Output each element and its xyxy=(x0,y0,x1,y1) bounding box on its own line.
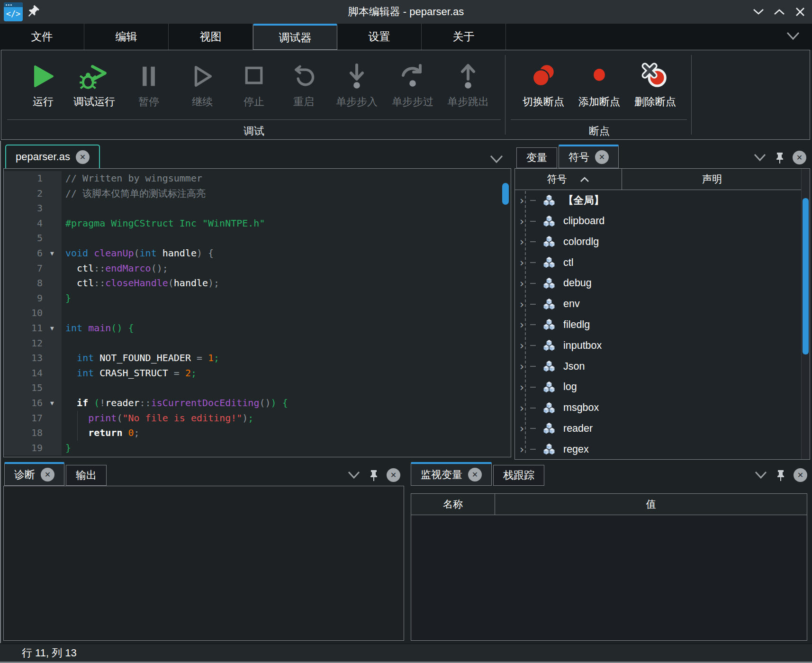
expand-chevron-icon[interactable]: › xyxy=(520,194,530,207)
symbols-tree-row[interactable]: ›colordlg xyxy=(515,232,810,253)
expand-chevron-icon[interactable]: › xyxy=(520,360,530,372)
symbols-tree-row[interactable]: ›debug xyxy=(515,273,810,294)
symbols-tree-row[interactable]: ›reader xyxy=(515,418,810,439)
code-line[interactable]: 17 print("No file is editing!"); xyxy=(4,411,511,426)
editor-gutter[interactable]: 9 xyxy=(4,291,62,306)
code-line[interactable]: 14 int CRASH_STRUCT = 2; xyxy=(4,366,511,381)
code-line[interactable]: 8 ctl::closeHandle(handle); xyxy=(4,276,511,291)
editor-tab-peparser[interactable]: peparser.as ✕ xyxy=(5,145,100,168)
expand-chevron-icon[interactable]: › xyxy=(520,381,530,393)
panel-pin-icon[interactable] xyxy=(775,469,786,482)
editor-gutter[interactable]: 15 xyxy=(4,381,62,396)
editor-gutter[interactable]: 16▼ xyxy=(4,396,62,411)
editor-gutter[interactable]: 18 xyxy=(4,426,62,441)
code-editor[interactable]: 1// Written by wingsummer2// 该脚本仅简单的测试标注… xyxy=(3,168,511,457)
symbols-scrollbar[interactable] xyxy=(803,198,809,354)
symbols-tree-row[interactable]: ›Json xyxy=(515,356,810,377)
editor-scrollbar[interactable] xyxy=(502,183,509,205)
expand-chevron-icon[interactable]: › xyxy=(520,298,530,310)
code-line[interactable]: 4#pragma WingCStruct Inc "WinNTPE.h" xyxy=(4,216,511,231)
symbols-tree-row[interactable]: ›【全局】 xyxy=(515,190,810,211)
editor-gutter[interactable]: 3 xyxy=(4,201,62,216)
panel-close-icon[interactable]: ✕ xyxy=(794,468,807,482)
editor-gutter[interactable]: 7 xyxy=(4,261,62,276)
symbols-tree-row[interactable]: ›msgbox xyxy=(515,398,810,418)
menu-tab-about[interactable]: 关于 xyxy=(422,24,506,50)
fold-marker-icon[interactable]: ▼ xyxy=(43,321,62,336)
panel-pin-icon[interactable] xyxy=(368,469,379,482)
expand-chevron-icon[interactable]: › xyxy=(520,339,530,352)
step-into-button[interactable]: 单步步入 xyxy=(325,61,389,109)
editor-gutter[interactable]: 17 xyxy=(4,411,62,426)
code-line[interactable]: 16▼ if (!reader::isCurrentDocEditing()) … xyxy=(4,396,511,411)
add-breakpoint-button[interactable]: 添加断点 xyxy=(567,61,632,109)
column-header-symbol[interactable]: 符号 xyxy=(515,169,622,190)
symbols-tree-row[interactable]: ›clipboard xyxy=(515,211,810,232)
menu-tab-view[interactable]: 视图 xyxy=(169,24,253,50)
step-out-button[interactable]: 单步跳出 xyxy=(436,61,500,109)
editor-gutter[interactable]: 1 xyxy=(4,171,62,186)
step-over-button[interactable]: 单步步过 xyxy=(380,61,445,109)
panel-close-icon[interactable]: ✕ xyxy=(793,151,806,164)
editor-gutter[interactable]: 11▼ xyxy=(4,321,62,336)
symbols-tree-row[interactable]: ›filedlg xyxy=(515,315,810,336)
code-line[interactable]: 3 xyxy=(4,201,511,216)
tab-stack-trace[interactable]: 栈跟踪 xyxy=(493,465,544,486)
symbols-tree-row[interactable]: ›env xyxy=(515,294,810,315)
code-line[interactable]: 5 xyxy=(4,231,511,246)
code-line[interactable]: 18 return 0; xyxy=(4,426,511,441)
expand-chevron-icon[interactable]: › xyxy=(520,422,530,435)
editor-gutter[interactable]: 6▼ xyxy=(4,246,62,261)
tab-close-icon[interactable]: ✕ xyxy=(41,468,54,481)
panel-close-icon[interactable]: ✕ xyxy=(387,468,400,482)
code-line[interactable]: 1// Written by wingsummer xyxy=(4,171,511,186)
symbols-tree-row[interactable]: ›ctl xyxy=(515,252,810,273)
editor-gutter[interactable]: 4 xyxy=(4,216,62,231)
tab-output[interactable]: 输出 xyxy=(66,465,107,486)
toggle-breakpoint-button[interactable]: 切换断点 xyxy=(511,61,576,109)
editor-gutter[interactable]: 14 xyxy=(4,366,62,381)
expand-chevron-icon[interactable]: › xyxy=(520,215,530,227)
panel-pin-icon[interactable] xyxy=(774,151,785,164)
column-header-declaration[interactable]: 声明 xyxy=(622,169,802,190)
maximize-button[interactable] xyxy=(772,5,786,19)
symbols-tree-row[interactable]: ›log xyxy=(515,377,810,398)
tab-diagnostics[interactable]: 诊断 ✕ xyxy=(4,462,64,486)
expand-chevron-icon[interactable]: › xyxy=(520,277,530,290)
tab-close-icon[interactable]: ✕ xyxy=(468,468,482,481)
editor-gutter[interactable]: 8 xyxy=(4,276,62,291)
fold-marker-icon[interactable]: ▼ xyxy=(43,246,62,261)
panel-chevron-icon[interactable] xyxy=(754,471,768,480)
code-line[interactable]: 13 int NOT_FOUND_HEADER = 1; xyxy=(4,351,511,366)
tab-close-icon[interactable]: ✕ xyxy=(76,150,90,164)
expand-chevron-icon[interactable]: › xyxy=(520,236,530,248)
editor-gutter[interactable]: 5 xyxy=(4,231,62,246)
code-line[interactable]: 19} xyxy=(4,441,511,456)
tab-watch-variables[interactable]: 监视变量 ✕ xyxy=(411,462,492,486)
menu-tab-edit[interactable]: 编辑 xyxy=(84,24,169,50)
code-line[interactable]: 15 xyxy=(4,381,511,396)
tab-variables[interactable]: 变量 xyxy=(516,147,557,168)
symbols-tree-row[interactable]: ›inputbox xyxy=(515,335,810,356)
tab-close-icon[interactable]: ✕ xyxy=(595,150,609,164)
menu-tab-debugger[interactable]: 调试器 xyxy=(253,24,337,50)
expand-chevron-icon[interactable]: › xyxy=(520,318,530,331)
symbols-tree-row[interactable]: ›regex xyxy=(515,439,810,460)
minimize-button[interactable] xyxy=(751,5,766,19)
expand-chevron-icon[interactable]: › xyxy=(520,443,530,455)
expand-chevron-icon[interactable]: › xyxy=(520,402,530,414)
editor-gutter[interactable]: 10 xyxy=(4,306,62,321)
tab-overflow-chevron-icon[interactable] xyxy=(488,154,505,164)
editor-gutter[interactable]: 12 xyxy=(4,336,62,351)
menu-tab-settings[interactable]: 设置 xyxy=(337,24,422,50)
code-line[interactable]: 12 xyxy=(4,336,511,351)
code-line[interactable]: 9} xyxy=(4,291,511,306)
delete-breakpoint-button[interactable]: 删除断点 xyxy=(623,61,687,109)
menu-tab-file[interactable]: 文件 xyxy=(0,24,84,50)
column-header-name[interactable]: 名称 xyxy=(411,494,495,515)
tab-symbols[interactable]: 符号 ✕ xyxy=(559,145,619,168)
panel-chevron-icon[interactable] xyxy=(347,471,361,480)
expand-chevron-icon[interactable]: › xyxy=(520,256,530,269)
panel-chevron-icon[interactable] xyxy=(753,153,767,163)
code-line[interactable]: 10 xyxy=(4,306,511,321)
